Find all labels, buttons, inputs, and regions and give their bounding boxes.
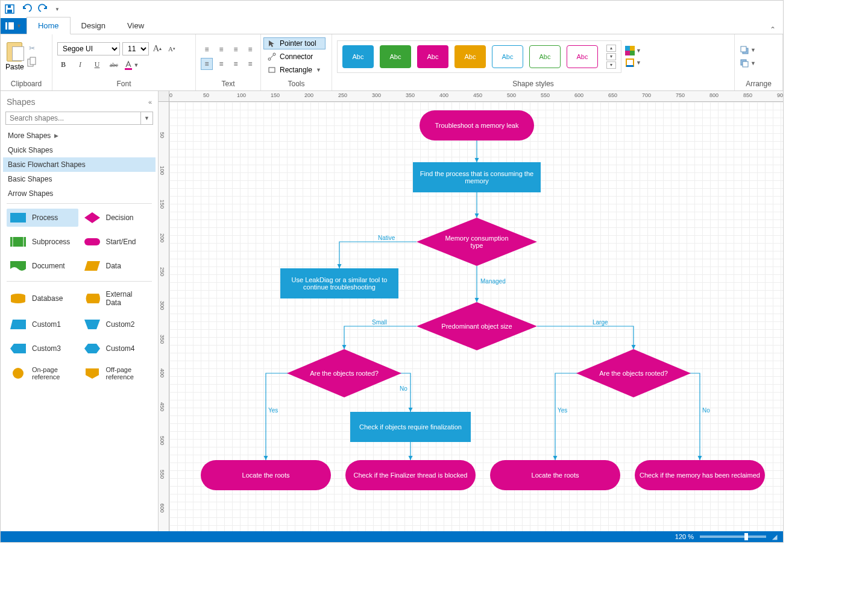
group-label: Arrange <box>735 78 782 90</box>
canvas[interactable]: Troubleshoot a memory leak Find the proc… <box>169 102 783 531</box>
node-decision[interactable]: Are the objects rooted? <box>585 349 682 397</box>
bring-front-button[interactable]: ▼ <box>740 45 756 55</box>
undo-icon[interactable] <box>21 4 32 14</box>
zoom-slider[interactable] <box>700 535 766 538</box>
file-icon <box>5 22 14 30</box>
tab-design[interactable]: Design <box>71 17 116 34</box>
edge-label: No <box>702 407 710 414</box>
shapes-title: Shapes <box>7 97 35 107</box>
shape-database[interactable]: Database <box>7 288 78 309</box>
style-swatch[interactable]: Abc <box>342 45 374 68</box>
align-mid-just-icon[interactable]: ≡ <box>244 58 256 70</box>
shape-search: ▼ <box>5 112 153 125</box>
shape-offpage-ref[interactable]: Off-page reference <box>81 364 153 383</box>
svg-rect-10 <box>269 68 275 72</box>
send-back-button[interactable]: ▼ <box>740 58 756 68</box>
node-end[interactable]: Check if the memory has been reclaimed <box>635 460 765 490</box>
svg-point-8 <box>273 53 275 55</box>
svg-marker-30 <box>84 344 100 353</box>
style-gallery: Abc Abc Abc Abc Abc Abc Abc ▴ ▾ ▾ <box>337 40 621 73</box>
shape-startend[interactable]: Start/End <box>81 233 153 251</box>
align-top-left-icon[interactable]: ≡ <box>201 43 213 55</box>
style-swatch[interactable]: Abc <box>529 45 561 68</box>
align-mid-center-icon[interactable]: ≡ <box>215 58 227 70</box>
category-basic-flowchart[interactable]: Basic Flowchart Shapes <box>3 157 156 172</box>
save-icon[interactable] <box>4 4 15 14</box>
paste-button[interactable]: Paste <box>5 42 24 71</box>
bold-button[interactable]: B <box>57 59 69 71</box>
shape-external-data[interactable]: External Data <box>81 288 153 309</box>
qat-dropdown-icon[interactable]: ▼ <box>55 7 60 12</box>
italic-button[interactable]: I <box>74 59 86 71</box>
ruler-horizontal: 0501001502002503003504004505005506006507… <box>169 91 783 102</box>
gallery-up-icon[interactable]: ▴ <box>606 45 616 52</box>
style-swatch[interactable]: Abc <box>492 45 523 68</box>
category-quick[interactable]: Quick Shapes <box>3 143 156 157</box>
redo-icon[interactable] <box>38 4 49 14</box>
node-end[interactable]: Locate the roots <box>490 460 620 490</box>
shrink-font-icon[interactable]: A▾ <box>166 43 178 55</box>
strike-button[interactable]: abc <box>108 59 120 71</box>
shape-list: Process Decision Subprocess Start/End Do… <box>3 206 156 385</box>
node-decision[interactable]: Are the objects rooted? <box>296 349 392 397</box>
shape-subprocess[interactable]: Subprocess <box>7 233 78 251</box>
align-mid-right-icon[interactable]: ≡ <box>230 58 242 70</box>
tab-view[interactable]: View <box>116 17 155 34</box>
node-decision[interactable]: Memory consumption type <box>429 218 525 266</box>
align-top-center-icon[interactable]: ≡ <box>215 43 227 55</box>
more-shapes[interactable]: More Shapes▶ <box>3 128 156 143</box>
style-swatch[interactable]: Abc <box>454 45 486 68</box>
group-arrange: ▼ ▼ Arrange <box>735 34 783 90</box>
search-dropdown-icon[interactable]: ▼ <box>140 112 153 124</box>
gallery-down-icon[interactable]: ▾ <box>606 53 616 60</box>
node-process[interactable]: Find the process that is consuming the m… <box>413 162 541 192</box>
align-top-right-icon[interactable]: ≡ <box>230 43 242 55</box>
node-process[interactable]: Check if objects require finalization <box>350 412 471 442</box>
svg-point-31 <box>13 368 24 379</box>
shape-process[interactable]: Process <box>7 209 78 227</box>
rectangle-tool-button[interactable]: Rectangle▼ <box>263 64 326 76</box>
style-swatch[interactable]: Abc <box>567 45 598 68</box>
outline-color-button[interactable]: ▼ <box>625 58 641 68</box>
connector-tool-button[interactable]: Connector <box>263 51 326 63</box>
shape-decision[interactable]: Decision <box>81 209 153 227</box>
copy-icon[interactable] <box>28 57 36 69</box>
cut-icon[interactable]: ✂ <box>29 44 35 52</box>
font-size-select[interactable]: 11 <box>122 42 149 55</box>
paste-icon <box>7 42 22 62</box>
group-label: Tools <box>261 78 332 90</box>
grow-font-icon[interactable]: A▴ <box>151 43 163 55</box>
font-color-button[interactable]: ▼ <box>125 59 137 71</box>
align-top-just-icon[interactable]: ≡ <box>244 43 256 55</box>
node-decision[interactable]: Predominant object size <box>429 302 525 350</box>
tab-home[interactable]: Home <box>27 17 71 34</box>
shape-document[interactable]: Document <box>7 257 78 275</box>
fill-color-button[interactable]: ▼ <box>625 46 641 55</box>
underline-button[interactable]: U <box>91 59 103 71</box>
style-swatch[interactable]: Abc <box>417 45 448 68</box>
style-swatch[interactable]: Abc <box>380 45 411 68</box>
align-mid-left-icon[interactable]: ≡ <box>201 58 213 70</box>
node-process[interactable]: Use LeakDiag or a similar tool to contin… <box>280 268 398 298</box>
shape-data[interactable]: Data <box>81 257 153 275</box>
quick-access-toolbar: ▼ <box>1 1 783 17</box>
category-basic-shapes[interactable]: Basic Shapes <box>3 172 156 186</box>
svg-marker-28 <box>84 320 100 329</box>
gallery-more-icon[interactable]: ▾ <box>606 62 616 69</box>
pointer-tool-button[interactable]: Pointer tool <box>263 37 326 49</box>
node-end[interactable]: Locate the roots <box>201 460 331 490</box>
node-end[interactable]: Check if the Finalizer thread is blocked <box>345 460 476 490</box>
collapse-ribbon-icon[interactable]: ⌃ <box>763 25 783 34</box>
category-arrow-shapes[interactable]: Arrow Shapes <box>3 186 156 201</box>
resize-grip-icon[interactable]: ◢ <box>772 533 777 541</box>
shape-custom2[interactable]: Custom2 <box>81 315 153 333</box>
collapse-panel-icon[interactable]: « <box>148 98 152 106</box>
shape-custom1[interactable]: Custom1 <box>7 315 78 333</box>
shape-onpage-ref[interactable]: On-page reference <box>7 364 78 383</box>
shape-search-input[interactable] <box>6 112 140 124</box>
font-family-select[interactable]: Segoe UI <box>57 42 120 55</box>
file-tab[interactable]: ▼ <box>1 18 27 34</box>
shape-custom4[interactable]: Custom4 <box>81 339 153 358</box>
node-start[interactable]: Troubleshoot a memory leak <box>420 110 534 140</box>
shape-custom3[interactable]: Custom3 <box>7 339 78 358</box>
